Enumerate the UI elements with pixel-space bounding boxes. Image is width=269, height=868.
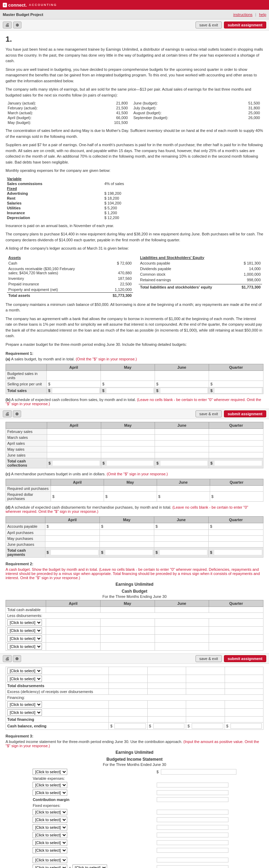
req-unit-june-input[interactable]: [158, 486, 206, 491]
save-exit-button[interactable]: save & exit: [196, 22, 222, 28]
cbs3-may-input[interactable]: [102, 636, 148, 641]
cbe-june-input[interactable]: [192, 723, 223, 729]
apr-purch-june-input[interactable]: [156, 531, 205, 535]
cbs6-june-input[interactable]: [188, 677, 219, 681]
may-purch-june-input[interactable]: [156, 536, 205, 541]
total-cc-april-input[interactable]: [53, 461, 99, 466]
cb-select-1[interactable]: [Click to select]: [7, 619, 42, 626]
cbs3-quarter-input[interactable]: [210, 636, 257, 641]
fin1-quarter-input[interactable]: [226, 702, 258, 707]
apr-purch-april-input[interactable]: [47, 531, 96, 535]
may-purch-quarter-input[interactable]: [210, 536, 259, 541]
cb-select-4[interactable]: [Click to select]: [7, 643, 42, 650]
excess-may-input[interactable]: [149, 690, 181, 694]
cb-select-3[interactable]: [Click to select]: [7, 635, 42, 642]
total-sales-june-input[interactable]: [160, 388, 207, 393]
cbs2-june-input[interactable]: [156, 628, 202, 633]
is-var-select-1[interactable]: [Click to select]: [33, 782, 67, 788]
is-fix4-input[interactable]: [157, 833, 228, 837]
selling-price-april-input[interactable]: [52, 382, 99, 386]
cb-select-6[interactable]: [Click to select]: [7, 676, 42, 682]
is-fixed-select-1[interactable]: [Click to select]: [33, 809, 67, 815]
total-cp-may-input[interactable]: [105, 550, 153, 555]
cbs1-may-input[interactable]: [102, 620, 148, 625]
divider-print-1[interactable]: 🖨: [3, 410, 12, 417]
divider-submit-2[interactable]: submit assignment: [224, 655, 266, 662]
mar-june-input[interactable]: [156, 435, 205, 440]
submit-button[interactable]: submit assignment: [224, 22, 266, 28]
req-dollar-quarter-input[interactable]: [216, 494, 262, 499]
is-fix2-input[interactable]: [157, 817, 228, 822]
jun-june-input[interactable]: [156, 453, 205, 457]
is-var1-input[interactable]: [157, 783, 228, 787]
apr-purch-quarter-input[interactable]: [210, 531, 259, 535]
is-fixed-select-3[interactable]: [Click to select]: [33, 824, 67, 831]
cbs1-june-input[interactable]: [156, 620, 202, 625]
budgeted-units-june-input[interactable]: [156, 374, 205, 378]
may-may-input[interactable]: [103, 447, 151, 451]
cbs6-april-input[interactable]: [110, 677, 142, 681]
selling-price-june-input[interactable]: [160, 382, 207, 386]
apr-purch-may-input[interactable]: [101, 531, 150, 535]
apr-may-input[interactable]: [103, 441, 151, 445]
print-button[interactable]: 🖨: [3, 22, 12, 28]
may-purch-april-input[interactable]: [47, 536, 96, 541]
jun-purch-april-input[interactable]: [47, 542, 96, 546]
mar-april-input[interactable]: [49, 435, 97, 440]
cb-select-5[interactable]: [Click to select]: [7, 668, 42, 674]
jun-quarter-input[interactable]: [210, 453, 259, 457]
cbs3-april-input[interactable]: [47, 636, 94, 641]
help-link[interactable]: help: [259, 12, 266, 17]
total-cp-april-input[interactable]: [51, 550, 98, 555]
divider-save-exit-1[interactable]: save & exit: [196, 410, 222, 417]
fin1-june-input[interactable]: [188, 702, 219, 707]
cbs1-april-input[interactable]: [47, 620, 94, 625]
may-purch-may-input[interactable]: [101, 536, 150, 541]
instructions-link[interactable]: instructions: [233, 12, 253, 17]
apr-june-input[interactable]: [156, 441, 205, 445]
budgeted-units-april-input[interactable]: [48, 374, 97, 378]
jun-purch-quarter-input[interactable]: [210, 542, 259, 546]
may-quarter-input[interactable]: [210, 447, 259, 451]
cb-select-2[interactable]: [Click to select]: [7, 627, 42, 634]
is-fix5-input[interactable]: [157, 840, 228, 845]
cbs4-june-input[interactable]: [156, 644, 202, 649]
cbe-april-input[interactable]: [114, 723, 146, 729]
financing-select-1[interactable]: [Click to select]: [7, 701, 42, 708]
is-bot2-input[interactable]: [157, 865, 228, 868]
cbs6-may-input[interactable]: [149, 677, 181, 681]
total-fin-quarter-input[interactable]: [226, 717, 258, 721]
tca-april-input[interactable]: [47, 608, 94, 612]
feb-may-input[interactable]: [103, 429, 151, 434]
total-disb-april-input[interactable]: [110, 684, 142, 688]
total-sales-april-input[interactable]: [52, 388, 99, 393]
fin2-quarter-input[interactable]: [226, 710, 258, 715]
is-bottom-select-2b[interactable]: [Click to select]: [72, 865, 107, 868]
is-bot1-input[interactable]: [157, 858, 228, 862]
zoom-button[interactable]: ⊕: [13, 22, 21, 28]
financing-select-2[interactable]: [Click to select]: [7, 709, 42, 716]
jun-purch-may-input[interactable]: [101, 542, 150, 546]
cbs4-may-input[interactable]: [102, 644, 148, 649]
total-fin-april-input[interactable]: [110, 717, 142, 721]
excess-june-input[interactable]: [188, 690, 219, 694]
is-sales-input[interactable]: [161, 769, 236, 775]
feb-june-input[interactable]: [156, 429, 205, 434]
divider-zoom-2[interactable]: ⊕: [13, 655, 21, 662]
cbs2-may-input[interactable]: [102, 628, 148, 633]
excess-april-input[interactable]: [110, 690, 142, 694]
divider-submit-1[interactable]: submit assignment: [224, 410, 266, 417]
is-fix3-input[interactable]: [157, 825, 228, 830]
cbs5-quarter-input[interactable]: [226, 669, 258, 673]
may-june-input[interactable]: [156, 447, 205, 451]
mar-quarter-input[interactable]: [210, 435, 259, 440]
budgeted-units-quarter-input[interactable]: [210, 374, 259, 378]
feb-quarter-input[interactable]: [210, 429, 259, 434]
tca-june-input[interactable]: [156, 608, 202, 612]
is-var2-input[interactable]: [157, 790, 228, 795]
cbs6-quarter-input[interactable]: [226, 677, 258, 681]
divider-save-exit-2[interactable]: save & exit: [196, 655, 222, 662]
jun-april-input[interactable]: [49, 453, 97, 457]
is-fix6-input[interactable]: [157, 848, 228, 853]
total-disb-quarter-input[interactable]: [226, 684, 258, 688]
